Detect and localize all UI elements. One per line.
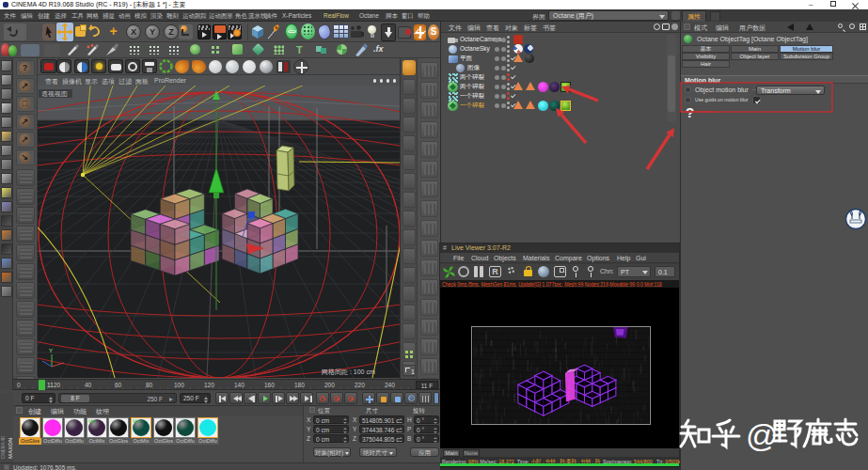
svg-text:网格间距 : 100 cm: 网格间距 : 100 cm (322, 368, 375, 376)
svg-text:Y: Y (49, 348, 53, 353)
svg-text:透视视图: 透视视图 (41, 90, 68, 98)
